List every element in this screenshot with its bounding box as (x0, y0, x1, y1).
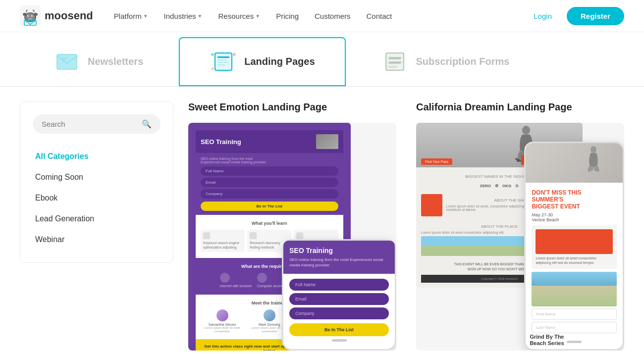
svg-rect-27 (388, 66, 397, 68)
ca-mobile-date: May 27-30Venice Beach (532, 212, 617, 222)
login-button[interactable]: Login (526, 8, 559, 24)
svg-rect-18 (217, 59, 226, 60)
category-webinar[interactable]: Webinar (33, 229, 161, 250)
svg-point-8 (32, 15, 33, 16)
template-ca-title: California Dreamin Landing Page (416, 101, 624, 113)
ca-mobile-landscape (532, 272, 617, 306)
svg-point-31 (517, 159, 520, 162)
ca-mobile-mockup: Grind By TheBeach Series DON'T MISS THIS… (524, 142, 624, 351)
svg-point-9 (28, 18, 32, 20)
seo-mobile-mockup: SEO Training SEO online training from th… (282, 239, 396, 351)
ca-mobile-hero (526, 143, 623, 183)
seo-req-1: Internet with browser (220, 273, 252, 288)
seo-learn-title: What you'll learn (201, 221, 338, 226)
logo[interactable]: moosend (20, 5, 93, 26)
scroll-hint-ca (567, 341, 582, 343)
search-icon: 🔍 (142, 119, 152, 129)
svg-rect-13 (57, 54, 77, 69)
svg-point-22 (233, 53, 236, 56)
seo-trainer-1: Samantha Steven Lorem ipsum dolor sit am… (201, 309, 244, 333)
svg-point-30 (522, 126, 530, 135)
svg-rect-16 (215, 53, 232, 70)
seo-mobile-title: SEO Training (289, 247, 389, 255)
navbar-right: Login Register (526, 7, 624, 25)
seo-desktop-title: SEO Training (201, 138, 241, 146)
scroll-hint-seo (332, 339, 347, 342)
ca-mobile-content: Grind By TheBeach Series DON'T MISS THIS… (532, 187, 617, 338)
nav-links: Platform ▼ Industries ▼ Resources ▼ Pric… (108, 8, 398, 24)
template-seo-title: Sweet Emotion Landing Page (188, 101, 396, 113)
tab-bar: Newsletters Landing Pages (0, 32, 644, 87)
ca-mobile-grind-title: Grind By TheBeach Series (530, 334, 564, 347)
svg-point-4 (34, 13, 38, 16)
svg-rect-20 (217, 64, 225, 65)
ca-logo-1: ZERO (480, 184, 491, 188)
tab-newsletters[interactable]: Newsletters (22, 37, 174, 86)
template-ca-column: California Dreamin Landing Page (416, 101, 624, 351)
seo-mobile-field1: Full Name (289, 279, 389, 291)
search-box[interactable]: 🔍 (33, 114, 161, 134)
template-seo-column: Sweet Emotion Landing Page SEO Training … (188, 101, 396, 351)
category-all[interactable]: All Categories (33, 146, 161, 167)
register-button[interactable]: Register (567, 7, 624, 25)
ca-mobile-field2: Last Name (532, 322, 617, 333)
nav-industries[interactable]: Industries ▼ (158, 8, 209, 24)
landing-pages-icon (210, 48, 237, 75)
ca-mobile-field1: First Name (532, 308, 617, 320)
newsletters-label: Newsletters (88, 56, 143, 67)
seo-feature-1: Keyword search engine optimization adjus… (201, 230, 245, 252)
category-list: All Categories Coming Soon Ebook Lead Ge… (33, 146, 161, 250)
nav-contact[interactable]: Contact (361, 8, 398, 24)
subscription-forms-icon (381, 48, 409, 75)
seo-field-company: Company (201, 189, 338, 199)
svg-point-21 (211, 53, 214, 56)
subscription-forms-label: Subscription Forms (416, 56, 510, 67)
platform-caret: ▼ (143, 13, 148, 19)
svg-point-3 (23, 13, 27, 16)
landing-pages-label: Landing Pages (244, 56, 315, 67)
templates-area: Sweet Emotion Landing Page SEO Training … (188, 101, 624, 351)
svg-rect-14 (61, 57, 68, 58)
seo-mobile-btn: Be In The List (289, 323, 389, 336)
ca-logo-gear: ⚙ (495, 184, 498, 188)
newsletters-icon (53, 48, 80, 75)
industries-caret: ▼ (198, 13, 203, 19)
ca-logo-2: OKG (502, 184, 511, 188)
brand-name: moosend (45, 9, 93, 22)
svg-rect-15 (61, 59, 66, 60)
seo-header: SEO Training (196, 130, 343, 153)
svg-point-11 (31, 18, 32, 19)
svg-rect-17 (217, 56, 229, 58)
template-seo-preview[interactable]: SEO Training SEO online training from th… (188, 123, 396, 351)
moosend-logo-icon (20, 5, 41, 26)
tab-subscription-forms[interactable]: Subscription Forms (351, 37, 540, 86)
tab-landing-pages[interactable]: Landing Pages (179, 37, 345, 86)
navbar-left: moosend Platform ▼ Industries ▼ Resource… (20, 5, 398, 26)
main-content: 🔍 All Categories Coming Soon Ebook Lead … (0, 87, 644, 354)
resources-caret: ▼ (255, 13, 260, 19)
ca-logo-circle: ⊙ (515, 184, 519, 188)
nav-customers[interactable]: Customers (309, 8, 357, 24)
template-ca-preview[interactable]: DON'T MISS THIS SUMMER'SBIGGEST EVENT Fi… (416, 123, 624, 351)
ca-about-img (421, 194, 442, 216)
ca-mobile-about-img (536, 229, 613, 254)
nav-resources[interactable]: Resources ▼ (213, 8, 267, 24)
seo-field-email: Email (201, 178, 338, 187)
seo-mobile-header: SEO Training SEO online training from th… (283, 241, 395, 274)
nav-pricing[interactable]: Pricing (270, 8, 305, 24)
category-coming-soon[interactable]: Coming Soon (33, 167, 161, 188)
svg-point-33 (590, 146, 596, 153)
ca-mobile-dont-miss: DON'T MISS THISSUMMER'SBIGGEST EVENT (532, 189, 617, 210)
nav-platform[interactable]: Platform ▼ (108, 8, 154, 24)
seo-mobile-sub: SEO online training from the most Experi… (289, 257, 389, 268)
navbar: moosend Platform ▼ Industries ▼ Resource… (0, 0, 644, 32)
ca-mobile-about-text: Lorem ipsum dolor sit amet consectetur a… (536, 256, 613, 265)
seo-feature-text-1: Keyword search engine optimization adjus… (203, 241, 242, 250)
seo-req-2: Computer access (257, 273, 284, 288)
seo-mobile-field2: Email (289, 293, 389, 305)
ca-mobile-about: Lorem ipsum dolor sit amet consectetur a… (532, 225, 617, 269)
category-lead-generation[interactable]: Lead Generation (33, 208, 161, 229)
search-input[interactable] (42, 120, 142, 128)
category-ebook[interactable]: Ebook (33, 188, 161, 208)
ca-mobile-skater (584, 146, 603, 173)
